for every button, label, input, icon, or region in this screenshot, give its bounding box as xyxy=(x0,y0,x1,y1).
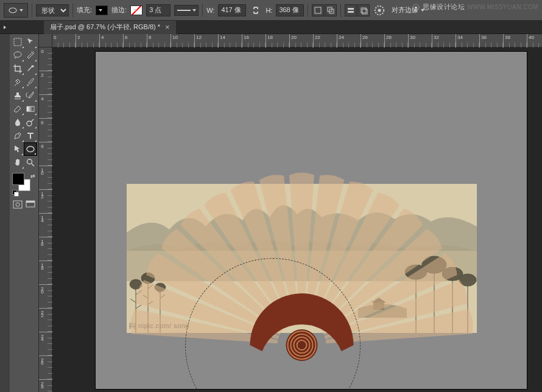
foreground-color[interactable] xyxy=(12,173,24,185)
svg-rect-13 xyxy=(27,107,34,111)
active-tool-indicator[interactable] xyxy=(4,3,28,18)
eyedropper-tool-icon[interactable] xyxy=(24,62,38,75)
hand-tool-icon[interactable] xyxy=(11,156,24,169)
ellipse-tool-icon[interactable] xyxy=(24,142,37,156)
svg-rect-20 xyxy=(26,201,35,203)
toolbox: ⇄ xyxy=(10,34,39,392)
pen-tool-icon[interactable] xyxy=(11,129,24,142)
canvas-pasteboard[interactable]: 闷 nipic.com/ sone xyxy=(95,51,527,390)
svg-rect-6 xyxy=(361,8,366,13)
dodge-tool-icon[interactable] xyxy=(24,116,38,129)
quickmask-icon[interactable] xyxy=(11,198,24,211)
magic-wand-tool-icon[interactable] xyxy=(24,49,38,62)
ruler-horizontal[interactable]: 0246810121416182022242628303234363840 xyxy=(52,34,542,47)
shape-mode-select[interactable]: 形状 xyxy=(36,4,69,16)
svg-point-16 xyxy=(27,159,32,164)
blur-tool-icon[interactable] xyxy=(11,116,24,129)
stroke-width-input[interactable] xyxy=(146,4,171,16)
width-input[interactable] xyxy=(218,4,246,16)
fill-swatch[interactable] xyxy=(96,5,108,15)
healing-tool-icon[interactable] xyxy=(11,75,24,89)
marquee-tool-icon[interactable] xyxy=(11,35,24,49)
stroke-style-select[interactable] xyxy=(174,5,199,16)
foreground-background-swatch[interactable]: ⇄ xyxy=(11,172,38,196)
swap-colors-icon[interactable]: ⇄ xyxy=(30,173,35,179)
default-colors-icon[interactable] xyxy=(12,190,19,196)
ruler-vertical[interactable]: 0246810121416182022242628 xyxy=(39,47,52,392)
svg-point-9 xyxy=(378,9,381,12)
screen-mode-row xyxy=(11,198,37,211)
svg-rect-17 xyxy=(13,201,22,208)
move-tool-icon[interactable] xyxy=(24,35,38,49)
type-tool-icon[interactable] xyxy=(24,129,38,142)
lasso-tool-icon[interactable] xyxy=(11,49,24,62)
fill-label: 填充: xyxy=(77,5,92,15)
svg-rect-5 xyxy=(348,11,354,13)
shape-settings-icon[interactable] xyxy=(373,5,385,15)
svg-rect-7 xyxy=(362,9,367,14)
svg-point-14 xyxy=(27,121,32,126)
path-operations[interactable] xyxy=(312,4,337,16)
stroke-swatch[interactable] xyxy=(130,5,143,15)
svg-rect-4 xyxy=(348,8,354,10)
svg-point-18 xyxy=(16,203,19,206)
ruler-origin[interactable] xyxy=(39,34,52,47)
document-tab[interactable]: 扇子.psd @ 67.7% (小半径, RGB/8) * × xyxy=(44,21,177,34)
path-select-tool-icon[interactable] xyxy=(11,142,24,156)
height-label: H: xyxy=(266,7,272,14)
site-watermark: 思缘设计论坛 WWW.MISSYUAN.COM xyxy=(412,2,538,12)
zoom-tool-icon[interactable] xyxy=(24,156,38,169)
document-tabs: 扇子.psd @ 67.7% (小半径, RGB/8) * × xyxy=(10,21,542,33)
link-wh-icon[interactable] xyxy=(250,5,262,15)
svg-point-11 xyxy=(415,6,417,8)
svg-point-0 xyxy=(9,8,16,13)
svg-point-15 xyxy=(27,147,34,152)
screenmode-icon[interactable] xyxy=(24,198,38,211)
history-brush-tool-icon[interactable] xyxy=(24,89,38,102)
eraser-tool-icon[interactable] xyxy=(11,102,24,116)
svg-rect-12 xyxy=(14,38,21,46)
close-icon[interactable]: × xyxy=(165,23,170,31)
left-collapse-strip[interactable] xyxy=(0,34,10,392)
svg-rect-1 xyxy=(315,7,321,13)
crop-tool-icon[interactable] xyxy=(11,62,24,75)
stroke-label: 描边: xyxy=(111,5,127,15)
gradient-tool-icon[interactable] xyxy=(24,102,38,116)
path-align[interactable] xyxy=(345,4,370,16)
height-input[interactable] xyxy=(276,4,304,16)
tab-bar-row: 扇子.psd @ 67.7% (小半径, RGB/8) * × xyxy=(0,21,542,34)
stamp-tool-icon[interactable] xyxy=(11,89,24,102)
width-label: W: xyxy=(206,7,214,14)
tab-title: 扇子.psd @ 67.7% (小半径, RGB/8) * xyxy=(50,23,160,32)
workspace: ⇄ 0246810121416182022242628303234363840 … xyxy=(0,34,542,392)
stage: 闷 nipic.com/ sone xyxy=(52,47,542,392)
canvas-area[interactable]: 0246810121416182022242628303234363840 02… xyxy=(39,34,542,392)
fan-shape xyxy=(127,184,477,392)
brush-tool-icon[interactable] xyxy=(24,75,38,89)
expand-panels-icon[interactable] xyxy=(0,21,10,34)
